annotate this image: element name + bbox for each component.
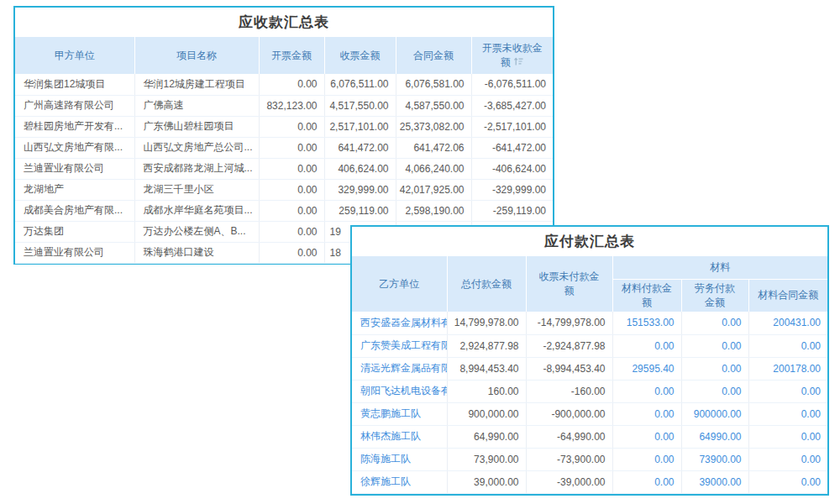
link-cell[interactable]: 0.00 xyxy=(748,380,827,402)
cell: 碧桂园房地产开发有... xyxy=(15,116,134,137)
cell: 华润集团12城项目 xyxy=(15,74,134,95)
link-cell[interactable]: 200431.00 xyxy=(748,312,827,334)
receivable-table-title: 应收款汇总表 xyxy=(15,8,553,37)
cell: 160.00 xyxy=(447,380,526,402)
link-cell[interactable]: 0.00 xyxy=(748,448,827,470)
payable-header-group-row: 乙方单位 总付款金额 收票未付款金额 材料 xyxy=(352,256,827,279)
cell: 6,076,511.00 xyxy=(324,74,396,95)
payable-table-title: 应付款汇总表 xyxy=(352,227,827,256)
payable-company-link[interactable]: 朝阳飞达机电设备有 xyxy=(352,380,447,402)
cell: 641,472.00 xyxy=(324,137,396,158)
cell: 0.00 xyxy=(259,137,324,158)
cell: 8,994,453.40 xyxy=(447,357,526,380)
cell: -641,472.00 xyxy=(471,137,553,158)
cell: 329,999.00 xyxy=(324,179,396,200)
payable-company-link[interactable]: 清远光辉金属品有限 xyxy=(352,357,447,380)
link-cell[interactable]: 0.00 xyxy=(681,357,748,380)
link-cell[interactable]: 0.00 xyxy=(612,334,681,357)
link-cell[interactable]: 0.00 xyxy=(681,312,748,334)
cell: -14,799,978.00 xyxy=(526,312,612,334)
payable-company-link[interactable]: 徐辉施工队 xyxy=(352,470,447,493)
link-cell[interactable]: 29595.40 xyxy=(612,357,681,380)
cell: 0.00 xyxy=(259,116,324,137)
table-row: 朝阳飞达机电设备有160.00-160.000.000.000.00 xyxy=(352,380,827,402)
table-row: 陈海施工队73,900.00-73,900.000.0073900.000.00 xyxy=(352,448,827,470)
col-header-label: 开票未收款金额 xyxy=(482,42,543,68)
cell: 0.00 xyxy=(259,179,324,200)
cell: 14,799,978.00 xyxy=(447,312,526,334)
table-row: 林伟杰施工队64,990.00-64,990.000.0064990.000.0… xyxy=(352,425,827,448)
link-cell[interactable]: 0.00 xyxy=(612,470,681,493)
cell: 山西弘文房地产有限... xyxy=(15,137,134,158)
col-header-invoiced-unreceived[interactable]: 开票未收款金额 xyxy=(471,37,553,74)
table-row: 山西弘文房地产有限...山西弘文房地产总公司...0.00641,472.006… xyxy=(15,137,553,158)
table-row: 西安盛器金属材料有14,799,978.00-14,799,978.001515… xyxy=(352,312,827,334)
link-cell[interactable]: 0.00 xyxy=(748,402,827,425)
link-cell[interactable]: 39000.00 xyxy=(681,470,748,493)
cell: 广东佛山碧桂园项目 xyxy=(134,116,259,137)
cell: 4,066,240.00 xyxy=(396,158,471,179)
cell: 2,517,101.00 xyxy=(324,116,396,137)
link-cell[interactable]: 0.00 xyxy=(748,334,827,357)
cell: 832,123.00 xyxy=(259,95,324,116)
payable-company-link[interactable]: 陈海施工队 xyxy=(352,448,447,470)
payable-company-link[interactable]: 黄志鹏施工队 xyxy=(352,402,447,425)
table-row: 碧桂园房地产开发有...广东佛山碧桂园项目0.002,517,101.0025,… xyxy=(15,116,553,137)
col-header-labor-payment: 劳务付款金额 xyxy=(681,279,748,312)
link-cell[interactable]: 0.00 xyxy=(681,380,748,402)
col-header-project-name: 项目名称 xyxy=(134,37,259,74)
cell: 259,119.00 xyxy=(324,200,396,221)
cell: -406,624.00 xyxy=(471,158,553,179)
link-cell[interactable]: 200178.00 xyxy=(748,357,827,380)
col-header-party-a: 甲方单位 xyxy=(15,37,134,74)
cell: -73,900.00 xyxy=(526,448,612,470)
cell: -259,119.00 xyxy=(471,200,553,221)
payable-company-link[interactable]: 广东赞美成工程有限 xyxy=(352,334,447,357)
cell: 成都水岸华庭名苑项目... xyxy=(134,200,259,221)
cell: -329,999.00 xyxy=(471,179,553,200)
cell: 25,373,082.00 xyxy=(396,116,471,137)
cell: -2,517,101.00 xyxy=(471,116,553,137)
link-cell[interactable]: 64990.00 xyxy=(681,425,748,448)
col-header-receipt-unpaid: 收票未付款金额 xyxy=(526,256,612,312)
cell: 万达办公楼左侧A、B... xyxy=(134,221,259,242)
col-header-material-group: 材料 xyxy=(612,256,827,279)
cell: 广佛高速 xyxy=(134,95,259,116)
cell: 成都美合房地产有限... xyxy=(15,200,134,221)
link-cell[interactable]: 0.00 xyxy=(748,425,827,448)
table-row: 广州高速路有限公司广佛高速832,123.004,517,550.004,587… xyxy=(15,95,553,116)
link-cell[interactable]: 900000.00 xyxy=(681,402,748,425)
table-row: 黄志鹏施工队900,000.00-900,000.000.00900000.00… xyxy=(352,402,827,425)
link-cell[interactable]: 0.00 xyxy=(612,402,681,425)
cell: 兰迪置业有限公司 xyxy=(15,158,134,179)
sort-ascending-icon[interactable] xyxy=(513,56,524,66)
table-row: 广东赞美成工程有限2,924,877.98-2,924,877.980.000.… xyxy=(352,334,827,357)
payable-company-link[interactable]: 西安盛器金属材料有 xyxy=(352,312,447,334)
link-cell[interactable]: 73900.00 xyxy=(681,448,748,470)
cell: 华润12城房建工程项目 xyxy=(134,74,259,95)
cell: 珠海鹤港口建设 xyxy=(134,242,259,263)
cell: 406,624.00 xyxy=(324,158,396,179)
cell: -64,990.00 xyxy=(526,425,612,448)
link-cell[interactable]: 0.00 xyxy=(612,448,681,470)
cell: 龙湖三千里小区 xyxy=(134,179,259,200)
table-row: 华润集团12城项目华润12城房建工程项目0.006,076,511.006,07… xyxy=(15,74,553,95)
cell: 4,587,550.00 xyxy=(396,95,471,116)
link-cell[interactable]: 151533.00 xyxy=(612,312,681,334)
link-cell[interactable]: 0.00 xyxy=(612,425,681,448)
table-row: 龙湖地产龙湖三千里小区0.00329,999.0042,017,925.00-3… xyxy=(15,179,553,200)
payable-table: 乙方单位 总付款金额 收票未付款金额 材料 材料付款金额 劳务付款金额 材料合同… xyxy=(352,256,827,494)
cell: 641,472.06 xyxy=(396,137,471,158)
cell: 0.00 xyxy=(259,221,324,242)
payable-company-link[interactable]: 林伟杰施工队 xyxy=(352,425,447,448)
link-cell[interactable]: 0.00 xyxy=(681,334,748,357)
cell: 0.00 xyxy=(259,200,324,221)
table-row: 徐辉施工队39,000.00-39,000.000.0039000.000.00 xyxy=(352,470,827,493)
cell: 西安成都路龙湖上河城... xyxy=(134,158,259,179)
cell: 6,076,581.00 xyxy=(396,74,471,95)
col-header-contract-amount: 合同金额 xyxy=(396,37,471,74)
cell: 万达集团 xyxy=(15,221,134,242)
link-cell[interactable]: 0.00 xyxy=(612,380,681,402)
link-cell[interactable]: 0.00 xyxy=(748,470,827,493)
col-header-receipt-amount: 收票金额 xyxy=(324,37,396,74)
